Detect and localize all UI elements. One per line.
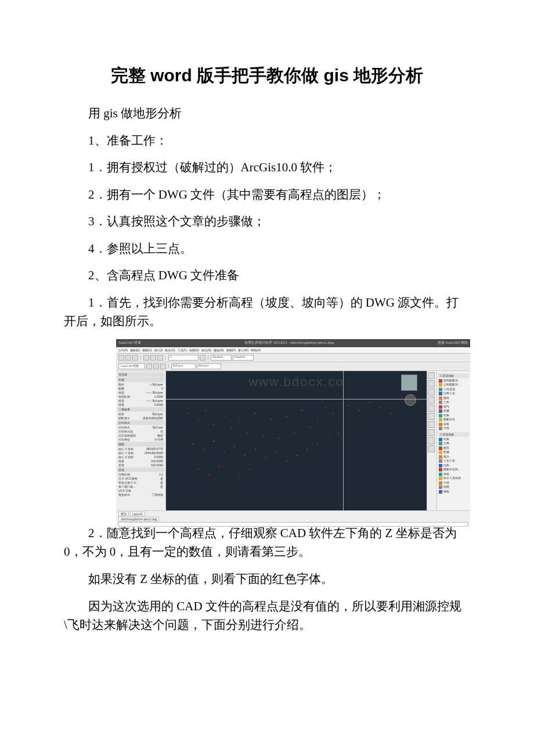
cad-right-toolbar — [427, 371, 436, 510]
rtool-icon[interactable] — [428, 429, 435, 436]
prop-v-cz[interactable]: 0.0000 — [154, 455, 163, 459]
prop-v-w[interactable]: 519.0064 — [151, 463, 163, 467]
rtool-icon[interactable] — [428, 372, 435, 379]
palette-item[interactable]: 绘图 — [443, 485, 449, 489]
palette-item[interactable]: 表格 — [443, 472, 449, 477]
linetype-bylayer-dropdown[interactable]: ByLayer — [197, 363, 221, 369]
prop-v-thick[interactable]: 0.0000 — [154, 403, 163, 407]
menu-view[interactable]: 视图(V) — [142, 348, 152, 352]
prop-v-shadow[interactable]: 投射和接收阴影 — [143, 416, 163, 420]
palette-item[interactable]: 电力 — [443, 455, 449, 459]
tb-icon[interactable] — [160, 363, 166, 369]
rtool-icon[interactable] — [428, 380, 435, 387]
tb-icon[interactable] — [153, 363, 159, 369]
prop-v-color[interactable]: □ ByLayer — [150, 383, 163, 387]
tb-sep — [165, 355, 166, 360]
menu-modify[interactable]: 修改(M) — [214, 348, 224, 352]
prop-v-ucsorig[interactable]: 是 — [160, 481, 163, 485]
menu-edit[interactable]: 编辑(E) — [130, 348, 140, 352]
palette-item[interactable]: 注释 — [443, 441, 449, 446]
prop-v-h[interactable]: 215.6065 — [151, 459, 163, 463]
rtool-icon[interactable] — [428, 413, 435, 420]
command-line[interactable] — [118, 522, 468, 527]
prop-v-lweight[interactable]: —— ByLayer — [146, 399, 163, 403]
prop-v-cy[interactable]: 2945360.8630 — [145, 451, 163, 455]
palette-item-icon — [439, 409, 442, 413]
acad-classic-dropdown[interactable]: AutoCAD 经典 — [118, 363, 145, 369]
palette-item[interactable]: 电气 — [443, 405, 449, 409]
palette-item[interactable]: 建筑 — [443, 446, 449, 451]
prop-k-ascale: 注释比例 — [118, 473, 130, 477]
menu-param[interactable]: 参数(P) — [226, 348, 236, 352]
tb-save-icon[interactable] — [132, 355, 138, 361]
prop-v-ptable[interactable]: 无 — [160, 430, 163, 434]
prop-v-ltype[interactable]: —— ByLayer — [146, 391, 163, 395]
prop-v-vstyle[interactable]: 二维线框 — [151, 493, 163, 497]
rtool-icon[interactable] — [428, 397, 435, 404]
prop-v-ptype[interactable]: 不可用 — [154, 438, 163, 442]
palette-item[interactable]: 注释工具 — [443, 391, 455, 396]
prop-v-ascale[interactable]: 1:1 — [159, 473, 163, 477]
rtool-icon[interactable] — [428, 421, 435, 428]
palette-item[interactable]: 图案填充和... — [443, 467, 460, 472]
palette-item[interactable]: 表格 — [443, 422, 449, 427]
palette-item-icon — [439, 468, 442, 471]
menu-insert[interactable]: 插入(I) — [154, 348, 163, 352]
palette-item[interactable]: 土木工程 — [443, 459, 455, 463]
palette-item[interactable]: 命令工具样例 — [443, 476, 461, 481]
prop-v-ltscale[interactable]: 1.0000 — [154, 395, 163, 399]
menu-file[interactable]: 文件(F) — [118, 348, 128, 352]
prop-v-ucsvp[interactable]: 是 — [160, 485, 163, 489]
menu-format[interactable]: 格式(O) — [165, 348, 175, 352]
rtool-icon[interactable] — [428, 445, 435, 452]
file-tab[interactable]: dianzhongdianze-plan1.dwg — [118, 517, 159, 521]
palette-item[interactable]: 机械 — [443, 450, 449, 455]
menu-window[interactable]: 窗口(W) — [238, 348, 248, 352]
cad-drawing-area[interactable]: www.bdocx.co — [166, 371, 427, 510]
rtool-icon[interactable] — [428, 437, 435, 444]
menu-help[interactable]: 帮助(H) — [251, 348, 261, 352]
tb-redo-icon[interactable] — [157, 355, 163, 361]
prop-v-mat[interactable]: ByLayer — [153, 412, 163, 416]
palette-item[interactable]: 结构 — [443, 463, 449, 468]
menu-tools[interactable]: 工具(T) — [178, 348, 187, 352]
tb-layer-icon[interactable] — [200, 355, 205, 361]
style-dropdown-2[interactable]: Standard — [233, 355, 254, 361]
tab-model[interactable]: 模型 — [118, 512, 129, 516]
prop-v-layer[interactable]: 0 — [161, 387, 163, 391]
palette-item[interactable]: 图案填充 — [443, 417, 455, 422]
tb-open-icon[interactable] — [125, 355, 131, 361]
tb-new-icon[interactable] — [118, 355, 124, 361]
palette-item[interactable]: 修改 — [443, 489, 449, 494]
tb-undo-icon[interactable] — [150, 355, 156, 361]
prop-v-cx[interactable]: 384333.0770 — [146, 447, 163, 451]
palette-item[interactable]: 引线 — [443, 426, 449, 431]
prop-k-pstyle: 打印样式 — [118, 426, 130, 430]
palette-item[interactable]: 公制图案填... — [443, 383, 460, 387]
palette-item[interactable]: 建筑 — [443, 396, 449, 401]
style-dropdown-1[interactable]: Standard — [211, 355, 232, 361]
layer-dropdown[interactable]: 0 — [168, 355, 199, 361]
prop-k-pattach: 打印表附着到 — [118, 434, 136, 438]
palette-item[interactable]: 英制图案填... — [443, 379, 460, 383]
tb-print-icon[interactable] — [143, 355, 149, 361]
palette-item-icon — [439, 379, 442, 383]
rtool-icon[interactable] — [428, 388, 435, 395]
palette-item[interactable]: 引线 — [443, 481, 449, 485]
palette-item[interactable]: 约束 — [443, 437, 449, 442]
palette-item[interactable]: 机械 — [443, 409, 449, 413]
prop-v-ucsicon[interactable]: 是 — [160, 477, 163, 481]
palette-item[interactable]: 工具选项 — [443, 387, 455, 392]
color-bylayer-dropdown[interactable]: ByLayer — [171, 363, 196, 369]
rtool-icon[interactable] — [428, 405, 435, 412]
prop-k-cy: 圆心 Y 坐标 — [118, 451, 134, 455]
menu-dim[interactable]: 标注(N) — [201, 348, 211, 352]
palette-item[interactable]: 结构 — [443, 413, 449, 418]
palette-item[interactable]: 土木 — [443, 400, 449, 405]
tb-icon[interactable] — [146, 363, 152, 369]
palette-item-icon — [439, 459, 442, 463]
prop-v-pstyle[interactable]: ByColor — [153, 426, 163, 430]
prop-v-pattach[interactable]: 模型 — [157, 434, 163, 438]
menu-draw[interactable]: 绘图(D) — [189, 348, 199, 352]
tab-layout1[interactable]: Layout1 — [130, 512, 145, 516]
